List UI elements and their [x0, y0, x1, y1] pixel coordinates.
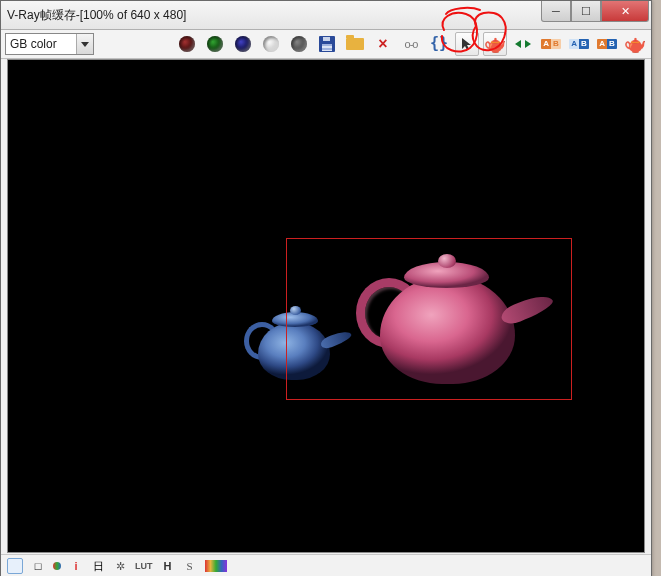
- cursor-icon: [459, 36, 475, 52]
- minimize-button[interactable]: ─: [541, 1, 571, 22]
- open-button[interactable]: [343, 32, 367, 56]
- compare-a-button[interactable]: AB: [539, 32, 563, 56]
- sb-rgb-dot-icon[interactable]: [53, 562, 61, 570]
- vray-frame-buffer-window: V-Ray帧缓存-[100% of 640 x 480] ─ ☐ ✕ GB co…: [0, 0, 652, 576]
- ab-a-icon: AB: [540, 35, 562, 53]
- compare-split-button[interactable]: AB: [595, 32, 619, 56]
- teapot-icon: 🫖: [484, 36, 506, 52]
- channel-select-value: GB color: [6, 37, 76, 51]
- sb-gear-icon[interactable]: ✲: [113, 559, 127, 573]
- swap-icon: [513, 35, 533, 53]
- window-controls: ─ ☐ ✕: [541, 1, 649, 21]
- toolbar: GB color × o-o {} 🫖 AB AB: [1, 30, 651, 59]
- mono-channel-button[interactable]: [259, 32, 283, 56]
- sb-s-button[interactable]: S: [183, 559, 197, 573]
- sb-layers-icon[interactable]: 日: [91, 559, 105, 573]
- blue-dot-icon: [235, 36, 251, 52]
- gray-dot-icon: [291, 36, 307, 52]
- alpha-channel-button[interactable]: [287, 32, 311, 56]
- compare-b-button[interactable]: AB: [567, 32, 591, 56]
- channel-select[interactable]: GB color: [5, 33, 94, 55]
- folder-icon: [346, 38, 364, 50]
- render-last-button[interactable]: 🫖: [623, 32, 647, 56]
- sb-colorbars-icon[interactable]: [205, 559, 227, 573]
- sb-toggle-1[interactable]: [7, 558, 23, 574]
- link-icon: o-o: [405, 38, 418, 50]
- sb-lut-button[interactable]: LUT: [135, 559, 153, 573]
- white-dot-icon: [263, 36, 279, 52]
- braces-icon: {}: [430, 34, 448, 52]
- vfb-swap-button[interactable]: [511, 32, 535, 56]
- titlebar[interactable]: V-Ray帧缓存-[100% of 640 x 480] ─ ☐ ✕: [1, 1, 651, 30]
- window-title: V-Ray帧缓存-[100% of 640 x 480]: [1, 7, 186, 24]
- clear-button[interactable]: ×: [371, 32, 395, 56]
- sb-h-button[interactable]: H: [161, 559, 175, 573]
- close-button[interactable]: ✕: [601, 1, 649, 22]
- region-render-button[interactable]: 🫖: [483, 32, 507, 56]
- dropdown-arrow-icon: [76, 34, 93, 54]
- blue-channel-button[interactable]: [231, 32, 255, 56]
- render-viewport[interactable]: [7, 59, 645, 553]
- save-icon: [319, 36, 335, 52]
- region-selection[interactable]: [286, 238, 572, 400]
- green-dot-icon: [207, 36, 223, 52]
- statusbar: □ i 日 ✲ LUT H S: [1, 554, 651, 576]
- teapot-icon: 🫖: [624, 36, 646, 52]
- maximize-button[interactable]: ☐: [571, 1, 601, 22]
- sb-square-icon[interactable]: □: [31, 559, 45, 573]
- green-channel-button[interactable]: [203, 32, 227, 56]
- braces-button[interactable]: {}: [427, 32, 451, 56]
- link-button[interactable]: o-o: [399, 32, 423, 56]
- red-channel-button[interactable]: [175, 32, 199, 56]
- ab-split-icon: AB: [596, 35, 618, 53]
- track-mouse-button[interactable]: [455, 32, 479, 56]
- save-button[interactable]: [315, 32, 339, 56]
- red-dot-icon: [179, 36, 195, 52]
- clear-icon: ×: [378, 37, 387, 51]
- sb-info-icon[interactable]: i: [69, 559, 83, 573]
- ab-b-icon: AB: [568, 35, 590, 53]
